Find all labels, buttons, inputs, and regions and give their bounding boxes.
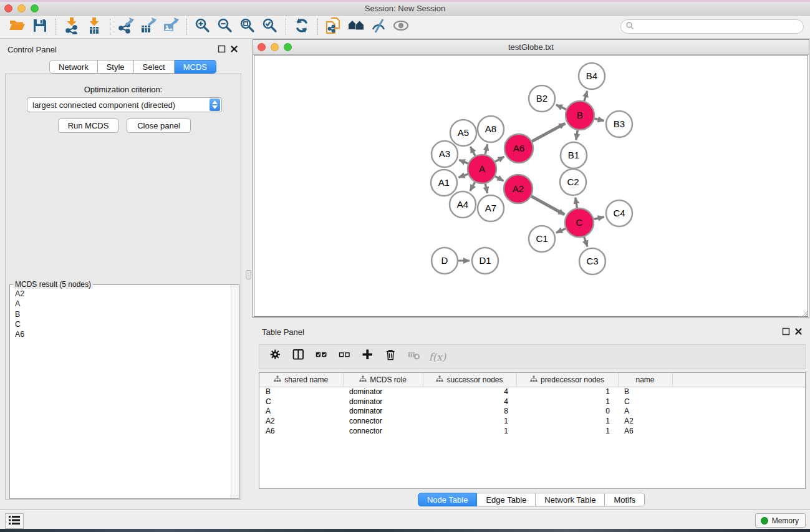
- trash-button[interactable]: [380, 346, 403, 367]
- split-view-button[interactable]: [287, 346, 311, 367]
- graph-node-D[interactable]: D: [432, 248, 458, 274]
- graph-node-A8[interactable]: A8: [478, 116, 504, 142]
- table-panel-close-button[interactable]: [794, 327, 803, 336]
- graph-node-B1[interactable]: B1: [561, 142, 587, 168]
- graph-node-C2[interactable]: C2: [560, 169, 586, 195]
- control-panel-float-button[interactable]: [218, 45, 226, 53]
- zoom-in-button[interactable]: [191, 17, 214, 37]
- export-image-button[interactable]: [160, 17, 182, 37]
- graph-node-A3[interactable]: A3: [432, 141, 458, 167]
- table-cell[interactable]: dominator: [343, 397, 423, 407]
- graph-edge-A6-B[interactable]: [532, 123, 565, 142]
- graph-edge-A-A1[interactable]: [459, 174, 468, 177]
- table-cell[interactable]: 4: [423, 387, 516, 397]
- home-button[interactable]: [345, 17, 367, 37]
- table-cell[interactable]: 1: [516, 416, 618, 426]
- graph-node-C3[interactable]: C3: [579, 248, 605, 274]
- table-cell[interactable]: 0: [516, 407, 618, 417]
- graph-edge-A-A2[interactable]: [495, 177, 503, 181]
- graph-node-D1[interactable]: D1: [472, 248, 498, 274]
- table-cell[interactable]: dominator: [343, 407, 423, 417]
- table-cell[interactable]: connector: [343, 426, 423, 436]
- zoom-out-button[interactable]: [214, 17, 236, 37]
- import-table-button[interactable]: [83, 17, 105, 37]
- table-cell[interactable]: B: [618, 387, 672, 397]
- graph-edge-C-C4[interactable]: [594, 217, 604, 220]
- network-window-titlebar[interactable]: testGlobe.txt: [253, 40, 809, 55]
- graph-edge-A-A4[interactable]: [470, 182, 475, 191]
- resize-grip-icon[interactable]: [800, 309, 808, 317]
- table-cell[interactable]: A: [618, 407, 672, 417]
- column-header-predecessor-nodes[interactable]: predecessor nodes: [516, 373, 618, 387]
- graph-node-A[interactable]: A: [468, 155, 496, 183]
- optimization-criterion-select[interactable]: largest connected component (directed): [27, 97, 222, 112]
- table-cell[interactable]: A2: [618, 416, 672, 426]
- tab-mcds[interactable]: MCDS: [175, 60, 216, 74]
- graph-node-A2[interactable]: A2: [504, 175, 533, 203]
- table-cell[interactable]: C: [618, 397, 672, 407]
- import-network-button[interactable]: [60, 17, 83, 37]
- tab-node-table[interactable]: Node Table: [418, 493, 478, 506]
- mcds-result-item[interactable]: A2: [11, 289, 230, 299]
- column-header-shared-name[interactable]: shared name: [259, 373, 343, 387]
- mcds-result-item[interactable]: C: [11, 319, 230, 329]
- table-cell[interactable]: 1: [423, 426, 516, 436]
- memory-button[interactable]: Memory: [755, 513, 806, 528]
- app-titlebar[interactable]: Session: New Session: [0, 2, 810, 16]
- graph-node-A4[interactable]: A4: [450, 191, 476, 218]
- graph-edge-A2-C[interactable]: [531, 196, 564, 215]
- deselect-all-button[interactable]: [334, 346, 357, 367]
- graph-node-A1[interactable]: A1: [431, 170, 457, 196]
- open-folder-button[interactable]: [6, 17, 29, 37]
- tab-edge-table[interactable]: Edge Table: [477, 493, 536, 506]
- tab-motifs[interactable]: Motifs: [605, 493, 645, 506]
- graph-node-A5[interactable]: A5: [450, 120, 476, 146]
- table-cell[interactable]: 1: [516, 426, 618, 436]
- export-network-button[interactable]: [115, 17, 137, 37]
- table-cell[interactable]: C: [259, 397, 343, 407]
- network-document-button[interactable]: [322, 17, 345, 37]
- network-canvas[interactable]: B4B2BB3A8A5A6A3B1AA1C2A2A4A7C4CC1C3DD1: [254, 55, 808, 317]
- table-cell[interactable]: 1: [423, 416, 516, 426]
- zoom-selected-button[interactable]: [259, 17, 281, 37]
- graph-node-C4[interactable]: C4: [606, 200, 632, 226]
- gear-button[interactable]: [264, 346, 287, 367]
- column-header-name[interactable]: name: [618, 373, 672, 387]
- table-cell[interactable]: 1: [516, 397, 618, 407]
- table-cell[interactable]: 4: [423, 397, 516, 407]
- result-scrollbar[interactable]: [231, 285, 239, 498]
- control-panel-close-button[interactable]: [230, 45, 238, 53]
- graph-edge-C-C3[interactable]: [584, 237, 587, 247]
- splitter-handle[interactable]: [246, 270, 251, 279]
- select-all-button[interactable]: [311, 346, 334, 367]
- tab-style[interactable]: Style: [98, 60, 134, 74]
- search-input[interactable]: [634, 21, 803, 32]
- graph-edge-A-A7[interactable]: [485, 183, 487, 193]
- show-panels-button[interactable]: [5, 513, 24, 529]
- table-cell[interactable]: A6: [618, 426, 672, 436]
- save-button[interactable]: [29, 17, 51, 37]
- graph-node-A7[interactable]: A7: [478, 195, 504, 221]
- graph-edge-A-A8[interactable]: [485, 144, 488, 154]
- graph-node-B3[interactable]: B3: [606, 111, 632, 137]
- graph-node-C1[interactable]: C1: [529, 226, 555, 252]
- graph-edge-A-A5[interactable]: [470, 147, 475, 155]
- graph-edge-C-C2[interactable]: [576, 198, 577, 208]
- add-column-button[interactable]: [357, 346, 380, 367]
- table-cell[interactable]: B: [259, 387, 343, 397]
- search-box[interactable]: [620, 19, 804, 34]
- eye-button[interactable]: [390, 17, 412, 37]
- table-panel-float-button[interactable]: [782, 327, 790, 336]
- table-cell[interactable]: 8: [423, 407, 516, 417]
- table-cell[interactable]: 1: [516, 387, 618, 397]
- graph-node-B[interactable]: B: [566, 101, 594, 130]
- refresh-button[interactable]: [291, 17, 313, 37]
- graph-edge-A-A3[interactable]: [459, 160, 468, 163]
- graph-node-A6[interactable]: A6: [504, 134, 533, 163]
- column-header-successor-nodes[interactable]: successor nodes: [423, 373, 516, 387]
- table-cell[interactable]: dominator: [343, 387, 423, 397]
- tab-select[interactable]: Select: [134, 60, 175, 74]
- close-panel-button[interactable]: Close panel: [127, 118, 191, 133]
- graph-node-B4[interactable]: B4: [579, 63, 605, 89]
- table-cell[interactable]: connector: [343, 416, 423, 426]
